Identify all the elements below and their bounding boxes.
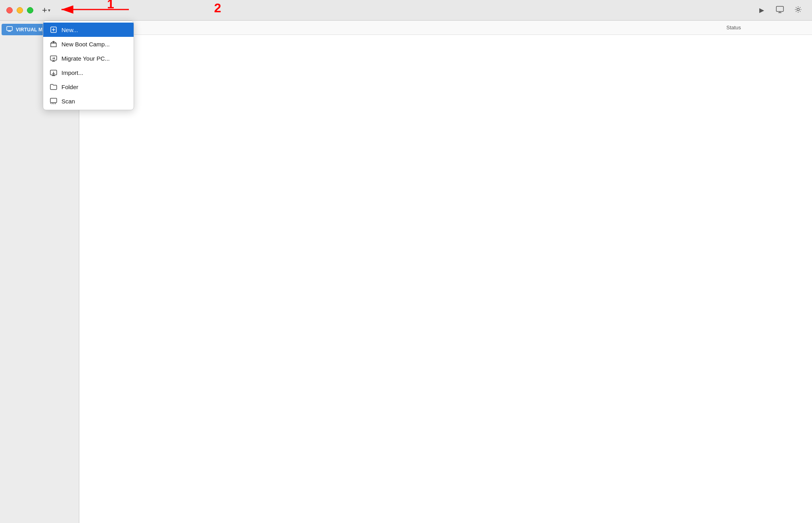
close-button[interactable] <box>6 7 13 13</box>
menu-item-folder[interactable]: Folder <box>43 80 134 94</box>
column-header: Name Status <box>79 21 812 35</box>
bootcamp-icon <box>50 40 57 48</box>
menu-item-new-bootcamp-label: New Boot Camp... <box>61 41 110 48</box>
title-bar: + ▾ 1 ▶ <box>0 0 812 21</box>
menu-item-new[interactable]: New... <box>43 23 134 37</box>
menu-item-scan-label: Scan <box>61 98 75 105</box>
menu-item-new-label: New... <box>61 27 78 33</box>
column-status-label: Status <box>726 25 806 31</box>
svg-rect-30 <box>50 98 57 103</box>
scan-icon <box>50 97 57 105</box>
menu-item-migrate-pc[interactable]: Migrate Your PC... <box>43 51 134 65</box>
svg-point-5 <box>797 8 799 11</box>
content-body <box>79 35 812 523</box>
import-icon <box>50 69 57 76</box>
toolbar-right: ▶ <box>754 4 806 17</box>
screen-icon <box>776 6 784 15</box>
menu-item-scan[interactable]: Scan <box>43 94 134 108</box>
traffic-lights <box>6 7 33 13</box>
migrate-icon <box>50 54 57 62</box>
dropdown-menu: New... New Boot Camp... <box>43 21 134 110</box>
menu-item-folder-label: Folder <box>61 84 79 90</box>
svg-rect-2 <box>776 6 783 11</box>
play-button[interactable]: ▶ <box>754 4 769 17</box>
monitor-icon <box>6 26 13 33</box>
minimize-button[interactable] <box>17 7 23 13</box>
screen-button[interactable] <box>772 4 787 17</box>
folder-icon <box>50 83 57 91</box>
new-icon <box>50 26 57 34</box>
chevron-down-icon: ▾ <box>48 8 50 13</box>
menu-item-import[interactable]: Import... <box>43 65 134 80</box>
svg-point-17 <box>53 42 54 43</box>
plus-icon: + <box>42 5 47 15</box>
settings-icon <box>794 6 802 15</box>
column-name-label: Name <box>86 25 726 31</box>
svg-rect-6 <box>7 27 12 31</box>
maximize-button[interactable] <box>27 7 33 13</box>
play-icon: ▶ <box>759 6 764 14</box>
menu-item-migrate-pc-label: Migrate Your PC... <box>61 55 110 62</box>
settings-button[interactable] <box>791 4 806 17</box>
add-button[interactable]: + ▾ <box>40 4 53 16</box>
annotation-1: 1 <box>107 0 114 11</box>
arrow-1-svg <box>57 2 137 17</box>
menu-item-import-label: Import... <box>61 69 83 76</box>
content-area: Name Status <box>79 21 812 523</box>
menu-item-new-bootcamp[interactable]: New Boot Camp... <box>43 37 134 51</box>
